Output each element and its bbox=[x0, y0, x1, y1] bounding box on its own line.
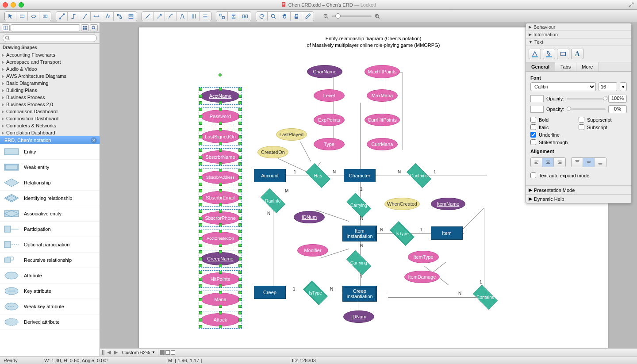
attr-maxhitpoints[interactable]: MaxHitPoints bbox=[365, 65, 400, 78]
bg-opacity-slider[interactable] bbox=[567, 108, 606, 110]
valign-top[interactable] bbox=[572, 158, 583, 167]
auto-expand-checkbox[interactable]: Text auto expand mode bbox=[530, 172, 627, 178]
line-4[interactable] bbox=[177, 12, 188, 21]
entity-item[interactable]: Item bbox=[431, 226, 463, 240]
arrange-2[interactable] bbox=[228, 12, 239, 21]
shape-item[interactable]: Key attribute bbox=[0, 284, 100, 299]
shape-item[interactable]: Optional participation bbox=[0, 237, 100, 253]
shape-item[interactable]: Derived attribute bbox=[0, 314, 100, 330]
attr-sbscrbrphone[interactable]: SbscrbrPhone bbox=[201, 211, 240, 225]
split-handle[interactable] bbox=[100, 349, 105, 356]
attr-level[interactable]: Level bbox=[314, 89, 345, 102]
shape-item[interactable]: Weak entity bbox=[0, 160, 100, 175]
library-category[interactable]: Comparison Dashboard bbox=[0, 108, 100, 115]
text-box-style[interactable] bbox=[557, 49, 569, 59]
page-prev-button[interactable]: ◀ bbox=[105, 349, 112, 356]
search-button[interactable] bbox=[90, 24, 98, 31]
close-library-button[interactable]: ✕ bbox=[91, 137, 97, 143]
line-3[interactable] bbox=[165, 12, 177, 21]
connector-6[interactable] bbox=[114, 12, 125, 21]
attr-maxmana[interactable]: MaxMana bbox=[367, 89, 398, 102]
zoom-tool[interactable] bbox=[268, 12, 279, 21]
connector-1[interactable] bbox=[56, 12, 68, 21]
shape-item[interactable]: Attribute bbox=[0, 268, 100, 284]
rel-has[interactable]: Has bbox=[303, 167, 334, 184]
library-search-input[interactable] bbox=[3, 34, 97, 42]
current-library-header[interactable]: ERD, Chen's notation ✕ bbox=[0, 136, 100, 144]
attr-currmana[interactable]: CurrMana bbox=[367, 138, 398, 150]
stamp-tool[interactable] bbox=[291, 12, 302, 21]
rel-contains[interactable]: Contains bbox=[403, 167, 434, 184]
library-category[interactable]: Basic Diagramming bbox=[0, 80, 100, 87]
font-family-select[interactable]: Calibri bbox=[530, 82, 596, 91]
text-opacity-value[interactable]: 100% bbox=[608, 95, 627, 103]
section-dynamic-help[interactable]: ▶Dynamic Help bbox=[526, 194, 631, 203]
attr-hitpoints[interactable]: HitPoints bbox=[201, 272, 240, 286]
shape-item[interactable]: Weak key attribute bbox=[0, 299, 100, 314]
attr-mana[interactable]: Mana bbox=[201, 293, 240, 306]
zoom-out-icon[interactable] bbox=[323, 13, 329, 19]
valign-bottom[interactable] bbox=[595, 158, 606, 167]
tab-general[interactable]: General bbox=[526, 62, 555, 71]
attr-idnum2[interactable]: IDNum bbox=[343, 310, 374, 323]
font-size-stepper[interactable]: ▾ bbox=[620, 82, 627, 91]
library-category[interactable]: Audio & Video bbox=[0, 65, 100, 73]
text-highlight[interactable] bbox=[543, 49, 555, 59]
tab-tabs[interactable]: Tabs bbox=[555, 62, 576, 71]
entity-creep-instantiation[interactable]: Creep Instantiation bbox=[342, 286, 377, 302]
connector-7[interactable] bbox=[125, 12, 137, 21]
rect-tool[interactable] bbox=[16, 12, 28, 21]
align-center[interactable] bbox=[542, 158, 554, 167]
rel-istype-item[interactable]: IsType bbox=[387, 225, 418, 242]
valign-middle[interactable] bbox=[583, 158, 595, 167]
arrange-1[interactable] bbox=[216, 12, 228, 21]
entity-character[interactable]: Character bbox=[344, 169, 376, 182]
library-category[interactable]: Accounting Flowcharts bbox=[0, 51, 100, 58]
library-category[interactable]: Computers & Networks bbox=[0, 122, 100, 129]
library-category[interactable]: Building Plans bbox=[0, 87, 100, 94]
attr-idnum1[interactable]: IDNum bbox=[294, 211, 325, 223]
attr-type[interactable]: Type bbox=[314, 138, 345, 150]
check-superscript[interactable]: Superscript bbox=[579, 117, 627, 123]
page-indicator[interactable] bbox=[160, 350, 175, 355]
bg-color-swatch[interactable] bbox=[530, 106, 544, 113]
text-tool[interactable] bbox=[39, 12, 51, 21]
section-text[interactable]: ▼Text bbox=[526, 38, 631, 46]
check-strikethrough[interactable]: Strikethrough bbox=[530, 139, 579, 145]
attr-password[interactable]: Password bbox=[201, 110, 240, 123]
minimize-window-button[interactable] bbox=[11, 2, 16, 8]
library-category[interactable]: Composition Dashboard bbox=[0, 115, 100, 122]
attr-createdon[interactable]: CreatedOn bbox=[257, 146, 288, 158]
shape-item[interactable]: Recursive relationship bbox=[0, 253, 100, 268]
rel-carrying-2[interactable]: Carrying bbox=[343, 254, 374, 272]
attr-lastplayed[interactable]: LastPlayed bbox=[276, 128, 307, 141]
entity-creep[interactable]: Creep bbox=[254, 286, 286, 299]
shape-item[interactable]: Participation bbox=[0, 222, 100, 237]
line-1[interactable] bbox=[142, 12, 153, 21]
connector-4[interactable] bbox=[91, 12, 102, 21]
shape-item[interactable]: Entity bbox=[0, 144, 100, 160]
connector-3[interactable] bbox=[79, 12, 91, 21]
ellipse-tool[interactable] bbox=[28, 12, 39, 21]
check-italic[interactable]: Italic bbox=[530, 124, 579, 130]
close-window-button[interactable] bbox=[3, 2, 8, 8]
eyedropper-tool[interactable] bbox=[302, 12, 314, 21]
zoom-in-icon[interactable] bbox=[374, 13, 380, 19]
attr-acctname[interactable]: AcctName bbox=[201, 89, 240, 103]
shape-item[interactable]: Associative entity bbox=[0, 206, 100, 222]
entity-account[interactable]: Account bbox=[254, 169, 286, 182]
library-category[interactable]: Aerospace and Transport bbox=[0, 58, 100, 65]
attr-whencreated[interactable]: WhenCreated bbox=[384, 198, 420, 210]
connector-5[interactable] bbox=[102, 12, 114, 21]
shape-item[interactable]: Identifying relationship bbox=[0, 191, 100, 206]
line-2[interactable] bbox=[153, 12, 165, 21]
attr-sbscrbraddress[interactable]: SbscrbrAddress bbox=[201, 171, 240, 184]
attr-acctcreatedon[interactable]: AcctCreatedOn bbox=[201, 232, 240, 245]
hand-tool[interactable] bbox=[279, 12, 291, 21]
section-presentation[interactable]: ▶Presentation Mode bbox=[526, 185, 631, 194]
attr-sbscrbrname[interactable]: SbscrbrName bbox=[201, 150, 240, 164]
bg-opacity-value[interactable]: 0% bbox=[608, 105, 627, 113]
arrange-3[interactable] bbox=[239, 12, 251, 21]
maximize-window-button[interactable] bbox=[19, 2, 24, 8]
attr-lastsignedon[interactable]: LastSignedOn bbox=[201, 130, 240, 143]
